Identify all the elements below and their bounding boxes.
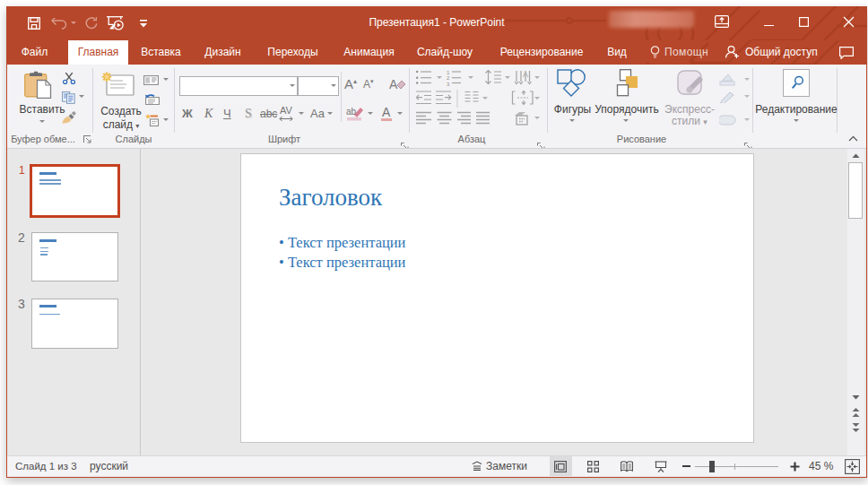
svg-text:3: 3 — [447, 82, 450, 87]
svg-text:2: 2 — [447, 75, 450, 81]
svg-text:A: A — [389, 77, 398, 91]
svg-text:А: А — [523, 70, 528, 79]
svg-text:1: 1 — [447, 70, 450, 75]
